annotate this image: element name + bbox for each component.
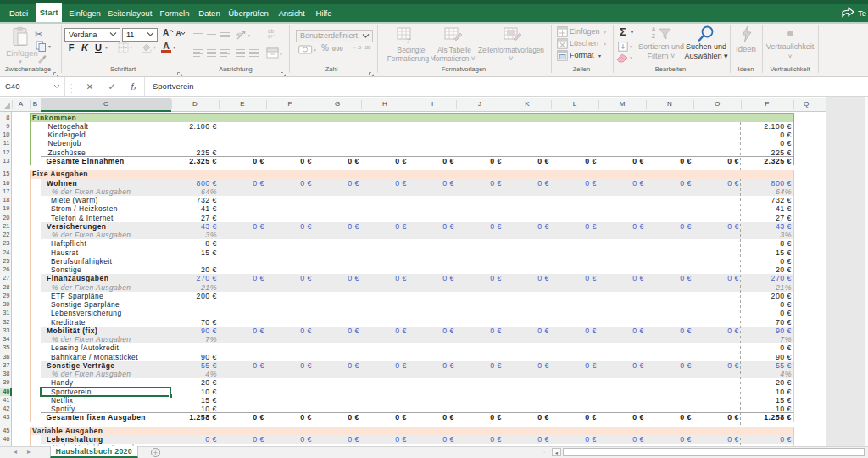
svg-text:ab: ab	[236, 31, 242, 36]
svg-text:≠: ≠	[407, 36, 411, 44]
